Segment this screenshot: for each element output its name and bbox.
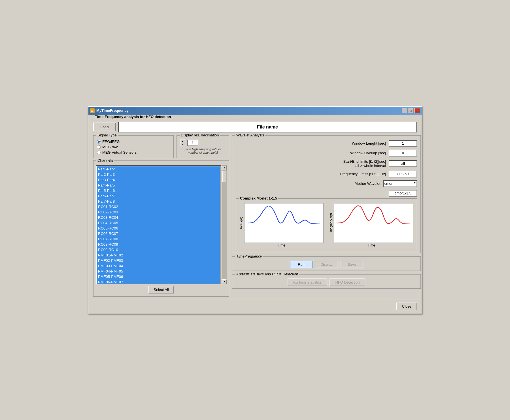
wavelet-group: Wavelet Analysis Window Lenght [sec] Win… [232,135,421,253]
title-bar: M MyTimeFrequency — □ ✕ [88,107,422,115]
tf-legend: Time-frequency [235,254,263,258]
select-all-button[interactable]: Select All [148,286,174,293]
scrollbar[interactable]: ▲ ▼ [222,165,227,284]
channels-group: Channels Par1-Par2Par2-Par3Par3-Par4Par4… [93,160,229,297]
list-item[interactable]: PMF04-PMF05 [97,269,220,274]
maximize-button[interactable]: □ [408,108,414,113]
decimation-legend: Display res. decimation [180,133,220,137]
radio-meg-raw-input[interactable] [97,145,101,149]
mother-wavelet-select-wrapper: cmor morlet mexh [383,180,417,187]
start-end-input[interactable] [389,160,417,167]
scroll-thumb[interactable] [222,171,226,182]
start-end-label: Start/End limits [t1 t2][sec] all-> whol… [236,159,389,168]
radio-eeg-label: EEG/iEEG [102,140,120,144]
decimation-value[interactable]: 1 [187,140,198,146]
list-item[interactable]: Par5-Par6 [97,188,220,193]
kurtosis-stats-button[interactable]: Kurtosis statistics [288,278,327,286]
wavelet-legend: Wavelet Analysis [235,133,265,137]
left-panel: Signal Type EEG/iEEG MEG raw [93,135,229,297]
hfo-detection-button[interactable]: HFO Detection [330,278,365,286]
complex-morlet-group: Complex Morlet 1-1.5 Real φ(t) [236,198,417,250]
signal-type-group: Signal Type EEG/iEEG MEG raw [93,135,174,158]
imaginary-wavelet-plot [334,203,413,243]
imaginary-plot-xlabel: Time [368,243,375,247]
list-item[interactable]: PMF03-PMF04 [97,263,220,269]
imaginary-plot-inner: Imaginary φ(t) [329,203,413,243]
real-plot-container: Real φ(t) [239,203,324,247]
list-item[interactable]: PMF01-PMF02 [97,252,220,258]
list-item[interactable]: Par4-Par5 [97,183,220,188]
filename-display: File name [118,122,417,132]
app-icon: M [90,108,95,113]
titlebar-close-button[interactable]: ✕ [414,108,420,113]
window-length-input[interactable] [389,140,417,147]
signal-decimation-row: Signal Type EEG/iEEG MEG raw [93,135,229,158]
mother-wavelet-select[interactable]: cmor morlet mexh [383,180,417,187]
channel-list-container: Par1-Par2Par2-Par3Par3-Par4Par4-Par5Par5… [96,165,227,284]
real-plot-xlabel: Time [278,243,285,247]
list-item[interactable]: Par7-Par8 [97,199,220,204]
display-button[interactable]: Display [315,261,338,268]
imaginary-plot-ylabel: Imaginary φ(t) [329,213,333,233]
window-overlap-input[interactable] [389,150,417,157]
list-item[interactable]: RC07-RC08 [97,236,220,242]
list-item[interactable]: RC09-RC10 [97,247,220,252]
radio-eeg: EEG/iEEG [97,140,170,144]
window-overlap-label: Window Overlap [sec] [236,151,389,155]
cmor-value-display: cmor1-1.5 [389,190,417,197]
scroll-up-btn[interactable]: ▲ [222,166,227,170]
list-item[interactable]: RC06-RC07 [97,231,220,236]
main-group-legend: Time-Frequency analysis for HFO detectio… [94,115,172,119]
list-item[interactable]: RC05-RC06 [97,226,220,231]
list-item[interactable]: RC08-RC09 [97,242,220,247]
spinner-down[interactable]: ▼ [180,143,185,146]
title-bar-left: M MyTimeFrequency [90,108,129,113]
tf-group: Time-frequency Run Display Save [232,256,421,271]
frequency-limits-input[interactable] [389,171,417,177]
window-overlap-row: Window Overlap [sec] [236,150,417,157]
complex-morlet-legend: Complex Morlet 1-1.5 [239,196,278,200]
imaginary-plot-container: Imaginary φ(t) [329,203,413,247]
save-button[interactable]: Save [341,261,363,268]
load-button[interactable]: Load [93,123,116,131]
main-window: M MyTimeFrequency — □ ✕ Time-Frequency a… [88,106,422,314]
list-item[interactable]: Par2-Par3 [97,172,220,177]
spinner-up[interactable]: ▲ [180,140,185,143]
window-body: Time-Frequency analysis for HFO detectio… [88,115,422,314]
scroll-down-btn[interactable]: ▼ [222,279,227,284]
mother-wavelet-row: Mother Wavelet cmor morlet mexh [236,180,417,187]
minimize-button[interactable]: — [402,108,407,113]
decimation-group: Display res. decimation ▲ ▼ 1 [with high… [177,135,229,158]
radio-meg-virtual: MEG Virtual Sensors [97,150,170,155]
radio-eeg-input[interactable] [97,140,101,143]
real-plot-inner: Real φ(t) [239,203,324,243]
list-item[interactable]: PMF02-PMF03 [97,258,220,263]
list-item[interactable]: RC01-RC02 [97,204,220,209]
list-item[interactable]: RC04-RC05 [97,220,220,226]
top-row: Load File name [93,122,417,132]
list-item[interactable]: RC02-RC03 [97,209,220,215]
radio-meg-raw: MEG raw [97,145,170,149]
list-item[interactable]: Par6-Par7 [97,193,220,199]
radio-meg-virtual-input[interactable] [97,151,101,154]
channel-list[interactable]: Par1-Par2Par2-Par3Par3-Par4Par4-Par5Par5… [96,165,221,284]
decimation-control: ▲ ▼ 1 [180,140,226,146]
list-item[interactable]: PMF05-PMF06 [97,274,220,279]
kurtosis-group: Kurtosis staistics and HFOs Detection Ku… [232,274,421,289]
list-item[interactable]: RC03-RC04 [97,215,220,220]
frequency-limits-label: Frequency Limits [f1 f2] [Hz] [236,172,389,176]
window-length-row: Window Lenght [sec] [236,140,417,147]
close-button[interactable]: Close [396,303,417,310]
list-item[interactable]: PMF06-PMF07 [97,279,220,284]
list-item[interactable]: Par1-Par2 [97,166,220,172]
decimation-note: [with high sampling rate or number of ch… [180,147,226,154]
title-bar-buttons: — □ ✕ [402,108,420,113]
frequency-limits-row: Frequency Limits [f1 f2] [Hz] [236,171,417,177]
spinner-arrows: ▲ ▼ [180,140,185,146]
right-panel: Wavelet Analysis Window Lenght [sec] Win… [232,135,421,297]
run-button[interactable]: Run [290,261,313,268]
tf-buttons: Run Display Save [236,261,417,268]
list-item[interactable]: Par3-Par4 [97,177,220,183]
middle-row: Signal Type EEG/iEEG MEG raw [93,135,417,297]
kurtosis-buttons: Kurtosis statistics HFO Detection [236,278,417,286]
